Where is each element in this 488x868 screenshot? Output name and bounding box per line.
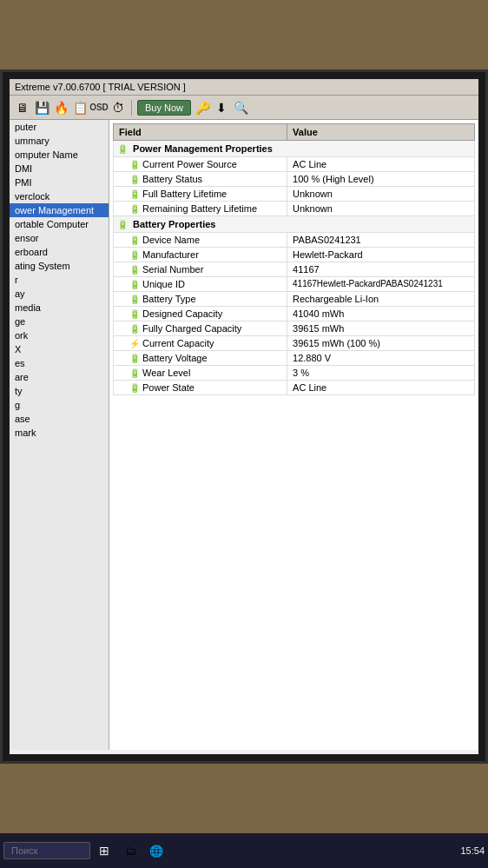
section-icon-power: 🔋 bbox=[117, 144, 128, 154]
table-row: 🔋Serial Number 41167 bbox=[114, 262, 475, 277]
sidebar-item-g[interactable]: g bbox=[10, 398, 109, 412]
sidebar-item-r[interactable]: r bbox=[10, 273, 109, 287]
save-icon[interactable]: 💾 bbox=[34, 100, 49, 116]
row-icon-7: 🔋 bbox=[129, 265, 140, 275]
sidebar-item-x[interactable]: X bbox=[10, 342, 109, 356]
sidebar-item-ty[interactable]: ty bbox=[10, 384, 109, 398]
value-battery-voltage: 12.880 V bbox=[287, 351, 475, 366]
section-power-mgmt: 🔋 Power Management Properties bbox=[114, 141, 475, 157]
field-fully-charged: 🔋Fully Charged Capacity bbox=[114, 321, 287, 336]
clock-icon[interactable]: ⏱ bbox=[110, 100, 126, 116]
row-icon-10: 🔋 bbox=[129, 309, 140, 319]
download-icon[interactable]: ⬇ bbox=[214, 100, 229, 116]
taskbar-search[interactable] bbox=[3, 842, 90, 859]
sidebar-item-ay[interactable]: ay bbox=[10, 287, 109, 301]
row-icon-9: 🔋 bbox=[129, 295, 140, 304]
sidebar-item-os[interactable]: ating System bbox=[10, 259, 109, 273]
taskbar-app-icon[interactable]: 🗂 bbox=[118, 838, 142, 863]
section-battery-props: 🔋 Battery Properties bbox=[114, 216, 475, 233]
sidebar-item-mark[interactable]: mark bbox=[10, 426, 109, 440]
value-unique-id: 41167Hewlett-PackardPABAS0241231 bbox=[287, 277, 475, 292]
desk-bottom bbox=[0, 764, 488, 833]
sidebar-item-summary[interactable]: ummary bbox=[10, 134, 109, 148]
table-row: 🔋Battery Type Rechargeable Li-Ion bbox=[114, 292, 475, 307]
info-table: Field Value 🔋 Power Management Propertie… bbox=[113, 123, 475, 395]
row-icon-15: 🔋 bbox=[129, 383, 140, 393]
fire-icon[interactable]: 🔥 bbox=[53, 100, 69, 116]
sidebar-item-es[interactable]: es bbox=[10, 356, 109, 370]
screen-content: Extreme v7.00.6700 [ TRIAL VERSION ] 🖥 💾… bbox=[10, 79, 478, 754]
col-value: Value bbox=[287, 124, 475, 141]
table-row: 🔋Current Power Source AC Line bbox=[114, 157, 475, 172]
taskbar-windows-icon[interactable]: ⊞ bbox=[92, 838, 116, 863]
table-row: 🔋Battery Voltage 12.880 V bbox=[114, 351, 475, 366]
row-icon-11: 🔋 bbox=[129, 324, 140, 334]
value-wear-level: 3 % bbox=[287, 366, 475, 381]
sidebar-item-overclock[interactable]: verclock bbox=[10, 189, 109, 203]
taskbar: ⊞ 🗂 🌐 15:54 bbox=[0, 833, 488, 868]
report-icon[interactable]: 📋 bbox=[72, 100, 88, 116]
field-remaining-battery: 🔋Remaining Battery Lifetime bbox=[114, 202, 287, 216]
sidebar-item-portable[interactable]: ortable Computer bbox=[10, 217, 109, 231]
table-row: 🔋Fully Charged Capacity 39615 mWh bbox=[114, 321, 475, 336]
row-icon-6: 🔋 bbox=[129, 250, 140, 260]
search-icon[interactable]: 🔍 bbox=[233, 100, 248, 116]
table-row: 🔋Full Battery Lifetime Unknown bbox=[114, 187, 475, 202]
sidebar-item-ase[interactable]: ase bbox=[10, 412, 109, 426]
app-title: Extreme v7.00.6700 [ TRIAL VERSION ] bbox=[15, 82, 186, 92]
value-serial-number: 41167 bbox=[287, 262, 475, 277]
taskbar-browser-icon[interactable]: 🌐 bbox=[144, 838, 168, 863]
sidebar-item-motherboard[interactable]: erboard bbox=[10, 245, 109, 259]
table-row: 🔋Unique ID 41167Hewlett-PackardPABAS0241… bbox=[114, 277, 475, 292]
field-serial-number: 🔋Serial Number bbox=[114, 262, 287, 277]
row-icon-1: 🔋 bbox=[129, 160, 140, 169]
monitor-icon[interactable]: 🖥 bbox=[15, 100, 30, 116]
user1-icon[interactable]: 🔑 bbox=[195, 100, 210, 116]
sidebar-item-power[interactable]: ower Management bbox=[10, 203, 109, 217]
field-power-state: 🔋Power State bbox=[114, 381, 287, 395]
value-current-capacity: 39615 mWh (100 %) bbox=[287, 336, 475, 351]
table-row: 🔋Device Name PABAS0241231 bbox=[114, 233, 475, 248]
buy-now-button[interactable]: Buy Now bbox=[137, 100, 191, 116]
table-row: 🔋Remaining Battery Lifetime Unknown bbox=[114, 202, 475, 216]
value-power-state: AC Line bbox=[287, 381, 475, 395]
value-current-power: AC Line bbox=[287, 157, 475, 172]
sidebar-item-ge[interactable]: ge bbox=[10, 315, 109, 328]
table-row: 🔋Wear Level 3 % bbox=[114, 366, 475, 381]
sidebar-item-sensor[interactable]: ensor bbox=[10, 231, 109, 245]
sidebar-item-computername[interactable]: omputer Name bbox=[10, 148, 109, 162]
field-full-battery: 🔋Full Battery Lifetime bbox=[114, 187, 287, 202]
field-device-name: 🔋Device Name bbox=[114, 233, 287, 248]
osd-icon[interactable]: OSD bbox=[91, 100, 107, 116]
toolbar-sep bbox=[131, 100, 132, 116]
table-row: 🔋Power State AC Line bbox=[114, 381, 475, 395]
value-designed-capacity: 41040 mWh bbox=[287, 307, 475, 321]
field-battery-type: 🔋Battery Type bbox=[114, 292, 287, 307]
row-icon-8: 🔋 bbox=[129, 280, 140, 289]
sidebar-item-are[interactable]: are bbox=[10, 370, 109, 384]
value-remaining-battery: Unknown bbox=[287, 202, 475, 216]
desk-top bbox=[0, 0, 488, 70]
sidebar-item-pmi[interactable]: PMI bbox=[10, 176, 109, 189]
taskbar-time: 15:54 bbox=[460, 845, 485, 856]
field-unique-id: 🔋Unique ID bbox=[114, 277, 287, 292]
row-icon-2: 🔋 bbox=[129, 175, 140, 184]
table-row: 🔋Manufacturer Hewlett-Packard bbox=[114, 248, 475, 262]
value-battery-type: Rechargeable Li-Ion bbox=[287, 292, 475, 307]
laptop-screen: Extreme v7.00.6700 [ TRIAL VERSION ] 🖥 💾… bbox=[0, 70, 488, 764]
main-layout: puter ummary omputer Name DMI PMI verclo… bbox=[10, 120, 478, 750]
value-device-name: PABAS0241231 bbox=[287, 233, 475, 248]
sidebar-item-ork[interactable]: ork bbox=[10, 328, 109, 342]
field-current-power: 🔋Current Power Source bbox=[114, 157, 287, 172]
field-wear-level: 🔋Wear Level bbox=[114, 366, 287, 381]
sidebar-item-computer[interactable]: puter bbox=[10, 120, 109, 134]
field-battery-voltage: 🔋Battery Voltage bbox=[114, 351, 287, 366]
row-icon-14: 🔋 bbox=[129, 368, 140, 378]
field-designed-capacity: 🔋Designed Capacity bbox=[114, 307, 287, 321]
toolbar: 🖥 💾 🔥 📋 OSD ⏱ Buy Now 🔑 ⬇ 🔍 bbox=[10, 96, 478, 120]
field-current-capacity: ⚡Current Capacity bbox=[114, 336, 287, 351]
sidebar-item-media[interactable]: media bbox=[10, 301, 109, 315]
table-row: ⚡Current Capacity 39615 mWh (100 %) bbox=[114, 336, 475, 351]
sidebar-item-dmi[interactable]: DMI bbox=[10, 162, 109, 176]
col-field: Field bbox=[114, 124, 287, 141]
